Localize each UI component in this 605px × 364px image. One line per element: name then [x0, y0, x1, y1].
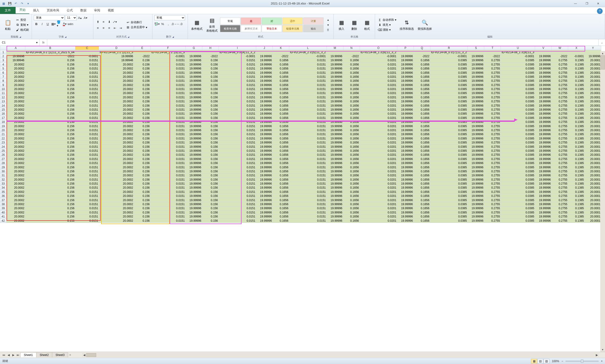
cell[interactable]: 0.0151	[75, 83, 99, 87]
cell[interactable]	[484, 50, 501, 54]
cell[interactable]: 0.0151	[219, 145, 256, 149]
cell[interactable]: 0.0385	[501, 136, 535, 140]
cell[interactable]: 19.99996	[256, 161, 273, 165]
cell[interactable]: 19.99996	[468, 100, 484, 104]
cell[interactable]: 0.156	[134, 71, 151, 75]
cell[interactable]: 0.0151	[289, 87, 327, 91]
cell[interactable]: 0.0151	[151, 136, 185, 140]
cell[interactable]: 0.1656	[413, 140, 430, 144]
cell[interactable]: 0.1656	[273, 124, 289, 128]
cell[interactable]: 0.1656	[273, 149, 289, 153]
row-header[interactable]: 1	[0, 50, 6, 54]
cell[interactable]: 0.0385	[501, 178, 535, 182]
cell[interactable]: 0.0385	[430, 100, 467, 104]
cell[interactable]: 19.99996	[397, 140, 413, 144]
row-header[interactable]: 25	[0, 149, 6, 153]
cell[interactable]: 0.1656	[413, 116, 430, 120]
cell[interactable]: 0.1656	[413, 210, 430, 214]
cell[interactable]: 19.99996	[468, 210, 484, 214]
cell[interactable]: 20.0001	[585, 182, 601, 185]
cell[interactable]: -2022	[273, 54, 289, 58]
cell[interactable]: 0.0201	[360, 169, 397, 173]
cell[interactable]: 0.156	[134, 161, 151, 165]
cell[interactable]: 19.99996	[327, 58, 343, 62]
cell[interactable]: 19.99996	[256, 190, 273, 194]
style-cell[interactable]: 检查单元格	[220, 25, 240, 32]
cell[interactable]: 0.0151	[219, 75, 256, 79]
cell[interactable]: 19.99996	[397, 62, 413, 66]
cell[interactable]: 0.0385	[501, 219, 535, 223]
cell[interactable]: 0.0385	[501, 120, 535, 124]
cell[interactable]: 0.2755	[552, 165, 568, 169]
cell[interactable]: 0.0151	[289, 112, 327, 116]
cell[interactable]: 0.156	[202, 116, 219, 120]
cell[interactable]: 19.99996	[397, 95, 413, 99]
cell[interactable]: 0.0151	[219, 62, 256, 66]
cell[interactable]: 19.99996	[185, 62, 202, 66]
cell[interactable]: 0.1385	[568, 136, 585, 140]
cell[interactable]: 20.0002	[6, 79, 25, 83]
view-page-break-icon[interactable]: ▧	[543, 359, 550, 364]
cell[interactable]: 0.156	[202, 124, 219, 128]
cell[interactable]: 0.0151	[151, 178, 185, 182]
cell[interactable]: 19.99996	[185, 215, 202, 219]
cell[interactable]: 0.0385	[430, 202, 467, 206]
cell[interactable]: 0.2755	[552, 202, 568, 206]
col-header[interactable]: M	[327, 46, 343, 50]
cell[interactable]: 0.1656	[273, 194, 289, 198]
cell[interactable]: 20.0001	[585, 79, 601, 83]
cell[interactable]: 19.99996	[397, 210, 413, 214]
cell[interactable]: 19.99996	[256, 132, 273, 136]
fill-button[interactable]: ⬇填充 ▾	[377, 23, 397, 27]
cell[interactable]: 0.0385	[430, 190, 467, 194]
cell[interactable]: 0.2755	[552, 58, 568, 62]
cell[interactable]: 0.0151	[151, 107, 185, 112]
cell[interactable]: 0.156	[134, 178, 151, 182]
cell[interactable]: 0.1656	[273, 186, 289, 190]
cell[interactable]: 0.0385	[501, 62, 535, 66]
cell[interactable]: 0.0151	[219, 194, 256, 198]
cell[interactable]: 19.99996	[535, 116, 552, 120]
cell[interactable]: 0.2755	[484, 186, 501, 190]
cell[interactable]: 20.0001	[585, 58, 601, 62]
row-header[interactable]: 3	[0, 58, 6, 62]
cell[interactable]: 0.0151	[219, 198, 256, 202]
cell[interactable]: 0.0151	[289, 182, 327, 185]
cell[interactable]: 19.99996	[256, 145, 273, 149]
cell[interactable]: 19.99996	[535, 128, 552, 132]
new-sheet-icon[interactable]: ✧	[68, 353, 73, 357]
cell[interactable]: 0.2755	[552, 107, 568, 112]
cell[interactable]: 19.99996	[535, 161, 552, 165]
cell[interactable]: 0.0151	[289, 91, 327, 95]
row-header[interactable]: 40	[0, 210, 6, 214]
cell[interactable]: 0.1656	[343, 215, 360, 219]
cell[interactable]: 0.156	[202, 169, 219, 173]
col-header[interactable]: U	[501, 46, 535, 50]
row-header[interactable]: 18	[0, 120, 6, 124]
cell[interactable]: 0.0385	[430, 132, 467, 136]
cell[interactable]: 0.0151	[151, 124, 185, 128]
cell[interactable]: 19.99996	[256, 206, 273, 210]
cell[interactable]: 0.156	[25, 145, 75, 149]
cell[interactable]: 0.1656	[413, 190, 430, 194]
cell[interactable]: 0.0201	[360, 140, 397, 144]
cell[interactable]: 19.99996	[468, 169, 484, 173]
cell[interactable]: 20.0002	[99, 198, 134, 202]
cell[interactable]: -0.0001	[219, 54, 256, 58]
cell[interactable]: 0.0201	[360, 206, 397, 210]
cell[interactable]: 0.1656	[343, 202, 360, 206]
cell[interactable]: 0.0151	[289, 157, 327, 161]
cell[interactable]: 0.0201	[360, 75, 397, 79]
cell[interactable]: 19.99996	[185, 75, 202, 79]
cell[interactable]: 0.1656	[343, 194, 360, 198]
style-cell[interactable]: 常规	[220, 17, 240, 25]
cell[interactable]	[413, 50, 430, 54]
cell[interactable]: 19.99996	[185, 91, 202, 95]
cell[interactable]: 19.99996	[535, 149, 552, 153]
cell[interactable]: 20.0002	[6, 66, 25, 70]
cell[interactable]: 0.0151	[75, 132, 99, 136]
cell[interactable]: 0.0201	[360, 165, 397, 169]
cell[interactable]: -0.0001	[151, 54, 185, 58]
cell[interactable]: -0.0001	[430, 54, 467, 58]
cell[interactable]: 19.99996	[256, 62, 273, 66]
